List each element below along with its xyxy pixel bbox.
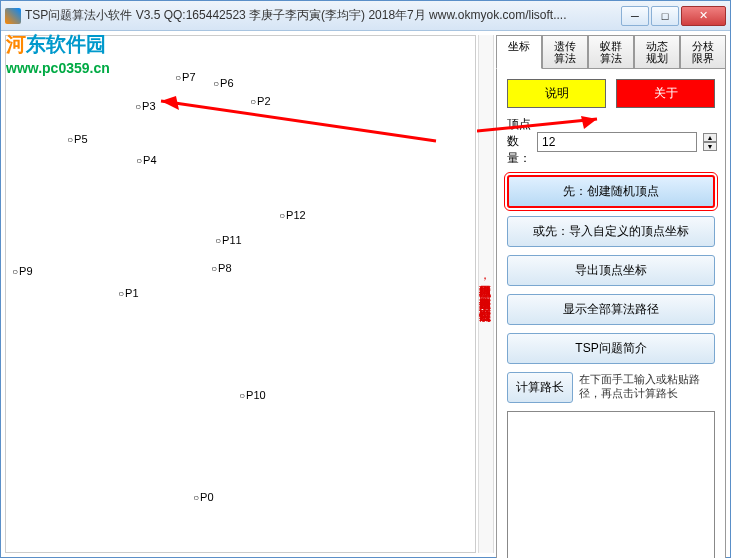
vertical-hint-text: 点坐标可以用鼠标拖动，超出屏幕范围自动产生滚动条。顶点可以右键中设置别名。 bbox=[478, 35, 494, 553]
maximize-button[interactable]: □ bbox=[651, 6, 679, 26]
annotation-arrow2-line bbox=[477, 119, 597, 131]
app-icon bbox=[5, 8, 21, 24]
vertex-point[interactable]: P5 bbox=[67, 133, 88, 145]
show-all-paths-button[interactable]: 显示全部算法路径 bbox=[507, 294, 715, 325]
vertex-point[interactable]: P9 bbox=[12, 265, 33, 277]
vertex-point[interactable]: P4 bbox=[136, 154, 157, 166]
vertex-count-label: 顶点数量： bbox=[507, 116, 531, 167]
watermark-url: www.pc0359.cn bbox=[6, 60, 110, 76]
create-random-vertices-button[interactable]: 先：创建随机顶点 bbox=[507, 175, 715, 208]
tab-panel-coords: 说明 关于 顶点数量： ▲ ▼ bbox=[496, 69, 726, 558]
spinner-up[interactable]: ▲ bbox=[703, 133, 717, 142]
tab-4[interactable]: 分枝限界 bbox=[680, 35, 726, 68]
watermark: 河东软件园 www.pc0359.cn bbox=[6, 31, 110, 76]
tab-0[interactable]: 坐标 bbox=[496, 35, 542, 69]
explain-button[interactable]: 说明 bbox=[507, 79, 606, 108]
calc-hint-text: 在下面手工输入或粘贴路径，再点击计算路长 bbox=[579, 372, 715, 400]
export-vertices-button[interactable]: 导出顶点坐标 bbox=[507, 255, 715, 286]
vertex-point[interactable]: P0 bbox=[193, 491, 214, 503]
watermark-logo: 河东软件园 bbox=[6, 31, 110, 58]
window-title: TSP问题算法小软件 V3.5 QQ:165442523 李庚子李丙寅(李均宇)… bbox=[25, 7, 621, 24]
vertex-point[interactable]: P6 bbox=[213, 77, 234, 89]
canvas-area[interactable]: P7P6P3P2P5P4P12P11P9P8P1P10P0 bbox=[5, 35, 476, 553]
about-button[interactable]: 关于 bbox=[616, 79, 715, 108]
vertex-point[interactable]: P1 bbox=[118, 287, 139, 299]
vertex-count-input[interactable] bbox=[537, 132, 697, 152]
annotation-arrow2-head bbox=[581, 116, 597, 129]
vertex-point[interactable]: P3 bbox=[135, 100, 156, 112]
titlebar[interactable]: TSP问题算法小软件 V3.5 QQ:165442523 李庚子李丙寅(李均宇)… bbox=[1, 1, 730, 31]
vertex-point[interactable]: P10 bbox=[239, 389, 266, 401]
vertex-point[interactable]: P11 bbox=[215, 234, 242, 246]
content-area: P7P6P3P2P5P4P12P11P9P8P1P10P0 点坐标可以用鼠标拖动… bbox=[1, 31, 730, 557]
sidebar: 坐标遗传算法蚁群算法动态规划分枝限界 说明 关于 顶点数量： ▲ ▼ bbox=[496, 35, 726, 553]
import-custom-vertices-button[interactable]: 或先：导入自定义的顶点坐标 bbox=[507, 216, 715, 247]
tsp-intro-button[interactable]: TSP问题简介 bbox=[507, 333, 715, 364]
tab-1[interactable]: 遗传算法 bbox=[542, 35, 588, 68]
vertex-point[interactable]: P7 bbox=[175, 71, 196, 83]
spinner-down[interactable]: ▼ bbox=[703, 142, 717, 151]
tab-3[interactable]: 动态规划 bbox=[634, 35, 680, 68]
tab-2[interactable]: 蚁群算法 bbox=[588, 35, 634, 68]
minimize-button[interactable]: ─ bbox=[621, 6, 649, 26]
vertex-point[interactable]: P2 bbox=[250, 95, 271, 107]
tab-bar: 坐标遗传算法蚁群算法动态规划分枝限界 bbox=[496, 35, 726, 69]
vertex-count-spinner: ▲ ▼ bbox=[703, 133, 717, 151]
vertex-count-row: 顶点数量： ▲ ▼ bbox=[507, 116, 715, 167]
vertex-point[interactable]: P8 bbox=[211, 262, 232, 274]
vertex-point[interactable]: P12 bbox=[279, 209, 306, 221]
window-controls: ─ □ ✕ bbox=[621, 6, 726, 26]
path-input-textarea[interactable] bbox=[507, 411, 715, 558]
annotation-arrow-line bbox=[161, 101, 436, 141]
calc-path-length-button[interactable]: 计算路长 bbox=[507, 372, 573, 403]
app-window: TSP问题算法小软件 V3.5 QQ:165442523 李庚子李丙寅(李均宇)… bbox=[0, 0, 731, 558]
close-button[interactable]: ✕ bbox=[681, 6, 726, 26]
annotation-arrow-head bbox=[161, 96, 179, 110]
